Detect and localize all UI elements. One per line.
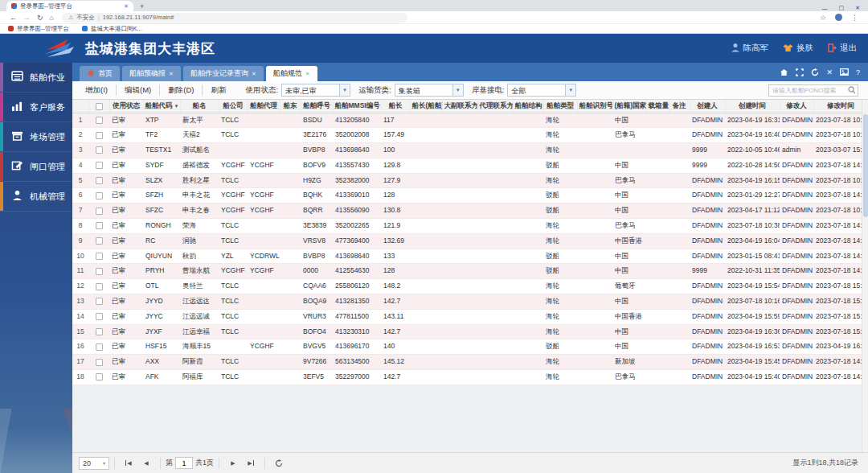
column-header[interactable]: 船长 [381, 100, 410, 113]
row-checkbox[interactable] [96, 359, 103, 366]
column-header[interactable]: 船舶代码▼ [143, 100, 180, 113]
table-row[interactable]: 8已审RONGH荣海TCLC3E3839352002265121.9海轮巴拿马D… [72, 219, 868, 234]
browser-menu-icon[interactable]: ⋮ [851, 14, 858, 22]
search-icon[interactable] [846, 86, 858, 94]
row-checkbox[interactable] [96, 162, 103, 169]
window-minimize-button[interactable]: — [822, 6, 828, 11]
edit-button[interactable]: 编辑(M) [116, 84, 159, 96]
table-row[interactable]: 2已审TF2天福2TCLC3E2176352002008157.49海轮巴拿马D… [72, 128, 868, 143]
window-maximize-button[interactable]: ▢ [839, 5, 845, 11]
row-checkbox[interactable] [96, 373, 103, 380]
table-row[interactable]: 17已审AXX阿新霞TCLC9V7266563134500145.12海轮新加坡… [72, 355, 868, 370]
row-checkbox[interactable] [96, 283, 103, 290]
fullscreen-icon[interactable] [796, 68, 804, 76]
row-checkbox[interactable] [96, 222, 103, 229]
content-tab-home[interactable]: 首页 [80, 66, 120, 81]
row-checkbox[interactable] [96, 313, 103, 320]
window-close-button[interactable]: ✕ [855, 5, 860, 11]
column-header[interactable]: 船舶呼号 [301, 100, 333, 113]
row-checkbox[interactable] [96, 298, 103, 305]
address-field[interactable]: ⚠ 不安全 | 192.168.21.11:9079/main# [62, 13, 407, 23]
sidebar-item-ship-operations[interactable]: 船舶作业 [0, 63, 72, 93]
tab-close-icon[interactable]: ✕ [252, 71, 256, 77]
first-page-button[interactable]: ◀ [120, 457, 137, 470]
column-header[interactable]: 船东 [280, 100, 301, 113]
page-number-input[interactable] [175, 457, 193, 469]
column-header[interactable]: 载箱量 [646, 100, 669, 113]
help-icon[interactable]: ? [856, 68, 860, 76]
column-header[interactable]: 船舶结构 [513, 100, 543, 113]
filter-combobox-use-status[interactable]: 未审,已审▾ [281, 84, 350, 97]
table-row[interactable]: 1已审XTP新太平TCLCBSDU413205840117海轮中国DFADMIN… [72, 113, 868, 128]
sidebar-item-customer-service[interactable]: 客户服务 [0, 93, 72, 122]
column-header[interactable]: 创建时间 [725, 100, 780, 113]
column-header[interactable]: 船舶MMSI编号 [333, 100, 381, 113]
reload-grid-button[interactable] [270, 457, 288, 470]
table-row[interactable]: 7已审SFZC申丰之春YCGHFYCGHFBQRR413556090130.8驳… [72, 204, 868, 219]
content-tab-ship-standard[interactable]: 船舶规范✕ [266, 66, 317, 81]
select-all-checkbox[interactable] [96, 103, 103, 110]
table-row[interactable]: 5已审SLZX胜利之星TCLCH9ZG352382000127.9海轮巴拿马DF… [72, 173, 868, 188]
forward-button[interactable]: → [23, 14, 31, 22]
new-tab-button[interactable]: + [140, 2, 144, 11]
tab-close-icon[interactable]: ✕ [124, 3, 129, 10]
row-checkbox[interactable] [96, 117, 103, 124]
table-row[interactable]: 11已审PRYH普瑞永航YCGHFYCGHF0000412554630128驳船… [72, 264, 868, 279]
content-tab-ship-pre-report[interactable]: 船舶预确报✕ [122, 66, 181, 81]
bookmark-item[interactable]: 盐城大丰港口闸K... [82, 25, 142, 33]
reload-button[interactable]: ↻ [37, 14, 43, 22]
table-row[interactable]: 10已审QIUYUN秋韵YZLYCDRWLBVBP8413698640133驳船… [72, 249, 868, 264]
column-header[interactable]: 船公司 [219, 100, 248, 113]
table-row[interactable]: 9已审RC润驰TCLCVRSV8477369400132.69海轮中国香港DFA… [72, 233, 868, 249]
filter-combobox-shore-power[interactable]: 全部▾ [507, 84, 576, 97]
browser-home-button[interactable]: ⌂ [50, 14, 54, 22]
table-row[interactable]: 6已审SFZH申丰之花YCGHFYCGHFBQHK413369010128驳船中… [72, 188, 868, 204]
column-header[interactable]: 船舶类型 [543, 100, 577, 113]
column-header[interactable]: 代理联系方式 [477, 100, 513, 113]
column-header[interactable]: 创建人 [690, 100, 725, 113]
column-header[interactable]: 备注 [669, 100, 690, 113]
bookmark-item[interactable]: 登录界面--管理平台 [8, 25, 69, 33]
sidebar-item-yard-management[interactable]: 堆场管理 [0, 122, 72, 152]
browser-tab[interactable]: 登录界面--管理平台 ✕ [6, 1, 133, 11]
profile-avatar[interactable] [835, 14, 842, 21]
table-row[interactable]: 12已审OTL奥特兰TCLCCQAA6255806120148.2海轮葡萄牙DF… [72, 279, 868, 294]
screenshot-icon[interactable] [840, 68, 849, 76]
change-skin-button[interactable]: 换肤 [783, 43, 813, 54]
refresh-tab-icon[interactable] [811, 68, 819, 76]
tab-close-icon[interactable]: ✕ [169, 71, 174, 77]
row-checkbox[interactable] [96, 328, 103, 335]
content-tab-ship-work-record-query[interactable]: 船舶作业记录查询✕ [183, 66, 264, 81]
row-checkbox[interactable] [96, 192, 103, 199]
table-row[interactable]: 14已审JYYC江远远诚TCLCVRUR3477811500143.11海轮中国… [72, 309, 868, 324]
table-row[interactable]: 15已审JYXF江远幸福TCLCBOFO4413230310142.7海轮中国D… [72, 324, 868, 339]
add-button[interactable]: 增加(I) [77, 84, 116, 96]
table-row[interactable]: 4已审SYDF盛裕德发YCGHFYCGHFBOFV9413557430129.8… [72, 158, 868, 173]
column-header[interactable]: 船舶代理 [248, 100, 280, 113]
column-header[interactable]: 大副联系方式 [442, 100, 477, 113]
logout-button[interactable]: 退出 [828, 43, 857, 54]
column-header[interactable]: (船籍)国家 [612, 100, 646, 113]
filter-combobox-cargo-type[interactable]: 集装箱▾ [395, 84, 464, 97]
refresh-button[interactable]: 刷新 [202, 84, 234, 96]
table-row[interactable]: 18已审AFK阿福库TCLC3EFV5352297000142.7海轮巴拿马DF… [72, 370, 868, 385]
last-page-button[interactable]: ▶ [242, 457, 260, 470]
row-checkbox[interactable] [96, 343, 103, 351]
row-checkbox[interactable] [96, 177, 103, 184]
back-button[interactable]: ← [10, 14, 17, 22]
row-checkbox[interactable] [96, 268, 103, 275]
column-header[interactable]: 船长(船舶) [410, 100, 442, 113]
sidebar-item-gate-management[interactable]: 闸口管理 [0, 152, 72, 182]
table-row[interactable]: 3已审TESTX1测试船名BVBP8413698640100海轮99992022… [72, 143, 868, 158]
sidebar-item-machinery-management[interactable]: 机械管理 [0, 182, 72, 212]
row-checkbox[interactable] [96, 146, 103, 154]
bookmark-star-icon[interactable]: ☆ [820, 14, 826, 22]
row-checkbox[interactable] [96, 253, 103, 260]
tab-close-icon[interactable]: ✕ [305, 71, 310, 77]
row-checkbox[interactable] [96, 208, 103, 215]
next-page-button[interactable]: ▶ [224, 457, 242, 470]
column-header[interactable]: 修改人 [780, 100, 813, 113]
column-header[interactable]: 使用状态 [109, 100, 143, 113]
column-header[interactable]: 修改时间 [813, 100, 868, 113]
delete-button[interactable]: 删除(D) [159, 84, 202, 96]
